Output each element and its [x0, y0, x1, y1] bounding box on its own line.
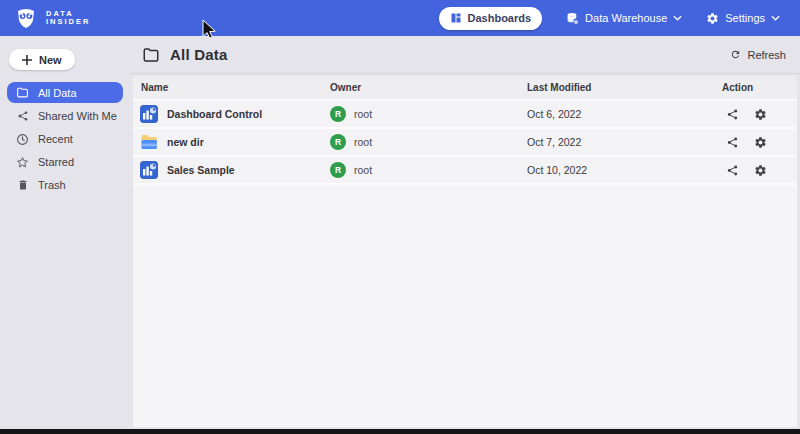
gear-icon[interactable] — [754, 164, 767, 177]
column-header-last-modified: Last Modified — [527, 82, 722, 93]
directory-icon — [140, 133, 158, 151]
owner-avatar: R — [330, 134, 346, 150]
plus-icon — [22, 55, 32, 65]
share-icon — [16, 110, 29, 122]
owner-name: root — [354, 164, 372, 176]
sidebar-item-label: Trash — [38, 179, 66, 191]
table-row[interactable]: Sales Sample R root Oct 10, 2022 — [133, 157, 797, 185]
trash-icon — [16, 179, 29, 191]
data-table-card: Name Owner Last Modified Action — [133, 76, 797, 427]
new-button[interactable]: New — [9, 49, 75, 70]
database-icon — [566, 12, 579, 25]
folder-outline-icon — [142, 46, 160, 64]
settings-label: Settings — [725, 12, 765, 24]
folder-icon — [16, 86, 29, 99]
sidebar-item-recent[interactable]: Recent — [7, 129, 123, 149]
table-header-row: Name Owner Last Modified Action — [133, 76, 797, 101]
taskbar-strip — [0, 429, 800, 434]
gear-icon — [706, 12, 719, 25]
owner-name: root — [354, 136, 372, 148]
owl-logo-icon — [14, 6, 38, 30]
file-name: new dir — [167, 136, 204, 148]
last-modified: Oct 10, 2022 — [527, 164, 722, 176]
top-nav: Dashboards Data Warehouse — [439, 7, 780, 30]
sidebar: New All Data Shared With Me — [0, 36, 130, 429]
last-modified: Oct 6, 2022 — [527, 108, 722, 120]
column-header-name: Name — [133, 82, 330, 93]
dashboard-file-icon — [140, 161, 158, 179]
gear-icon[interactable] — [754, 136, 767, 149]
dashboard-grid-icon — [450, 12, 462, 24]
share-icon[interactable] — [726, 108, 739, 121]
owner-name: root — [354, 108, 372, 120]
sidebar-item-shared-with-me[interactable]: Shared With Me — [7, 106, 123, 126]
new-button-label: New — [39, 54, 62, 66]
dashboard-file-icon — [140, 105, 158, 123]
brand-line2: INSIDER — [46, 18, 90, 26]
sidebar-item-label: Starred — [38, 156, 74, 168]
chevron-down-icon — [771, 15, 780, 21]
table-row[interactable]: new dir R root Oct 7, 2022 — [133, 129, 797, 157]
table-row[interactable]: Dashboard Control R root Oct 6, 2022 — [133, 101, 797, 129]
column-header-owner: Owner — [330, 82, 527, 93]
dashboards-button[interactable]: Dashboards — [439, 7, 543, 30]
chevron-down-icon — [673, 15, 682, 21]
brand-logo: DATA INSIDER — [14, 6, 90, 30]
dashboards-label: Dashboards — [468, 12, 532, 24]
owner-avatar: R — [330, 162, 346, 178]
gear-icon[interactable] — [754, 108, 767, 121]
clock-icon — [16, 133, 29, 146]
owner-avatar: R — [330, 106, 346, 122]
content-header: All Data Refresh — [130, 36, 800, 74]
refresh-button[interactable]: Refresh — [730, 49, 786, 61]
sidebar-item-starred[interactable]: Starred — [7, 152, 123, 172]
data-warehouse-menu[interactable]: Data Warehouse — [566, 12, 682, 25]
data-warehouse-label: Data Warehouse — [585, 12, 667, 24]
last-modified: Oct 7, 2022 — [527, 136, 722, 148]
sidebar-item-label: Shared With Me — [38, 110, 117, 122]
sidebar-item-label: All Data — [38, 87, 77, 99]
settings-menu[interactable]: Settings — [706, 12, 780, 25]
share-icon[interactable] — [726, 136, 739, 149]
sidebar-nav: All Data Shared With Me Recent — [0, 82, 130, 198]
star-icon — [16, 156, 29, 169]
sidebar-item-all-data[interactable]: All Data — [7, 82, 123, 103]
main-content: All Data Refresh Name Owner Last Modifie… — [130, 36, 800, 429]
top-bar: DATA INSIDER Dashboards — [0, 0, 800, 36]
share-icon[interactable] — [726, 164, 739, 177]
refresh-label: Refresh — [747, 49, 786, 61]
file-name: Dashboard Control — [167, 108, 262, 120]
page-title: All Data — [170, 46, 227, 63]
sidebar-item-trash[interactable]: Trash — [7, 175, 123, 195]
app-window: DATA INSIDER Dashboards — [0, 0, 800, 434]
column-header-action: Action — [722, 82, 797, 93]
refresh-icon — [730, 49, 741, 60]
file-name: Sales Sample — [167, 164, 235, 176]
sidebar-item-label: Recent — [38, 133, 73, 145]
